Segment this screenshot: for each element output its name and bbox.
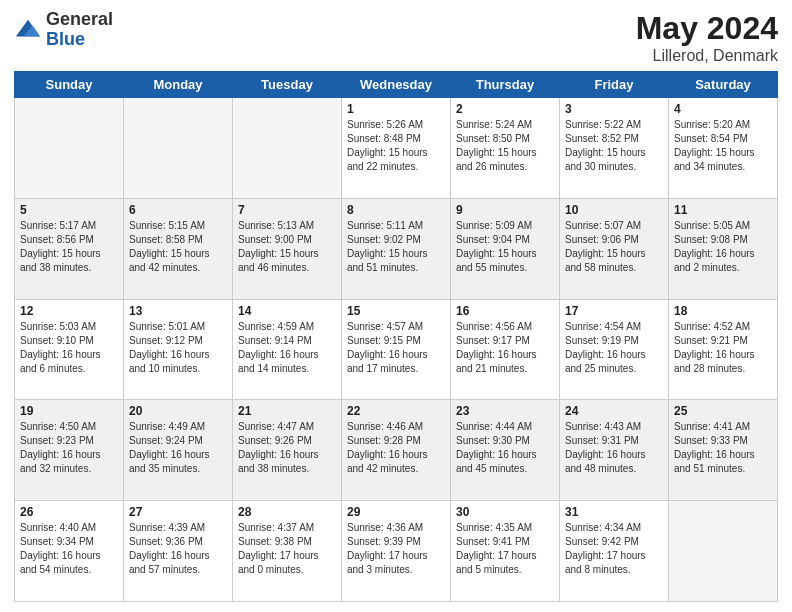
calendar-day-cell: 29Sunrise: 4:36 AM Sunset: 9:39 PM Dayli… (342, 501, 451, 602)
day-info: Sunrise: 4:37 AM Sunset: 9:38 PM Dayligh… (238, 521, 336, 577)
calendar-day-cell: 25Sunrise: 4:41 AM Sunset: 9:33 PM Dayli… (669, 400, 778, 501)
calendar-day-cell (233, 98, 342, 199)
calendar-day-cell: 26Sunrise: 4:40 AM Sunset: 9:34 PM Dayli… (15, 501, 124, 602)
day-number: 8 (347, 203, 445, 217)
day-number: 4 (674, 102, 772, 116)
day-info: Sunrise: 5:05 AM Sunset: 9:08 PM Dayligh… (674, 219, 772, 275)
day-number: 13 (129, 304, 227, 318)
day-info: Sunrise: 5:01 AM Sunset: 9:12 PM Dayligh… (129, 320, 227, 376)
calendar-title: May 2024 (636, 10, 778, 47)
calendar-day-cell: 14Sunrise: 4:59 AM Sunset: 9:14 PM Dayli… (233, 299, 342, 400)
calendar-day-cell: 31Sunrise: 4:34 AM Sunset: 9:42 PM Dayli… (560, 501, 669, 602)
calendar-header-row: SundayMondayTuesdayWednesdayThursdayFrid… (15, 72, 778, 98)
day-number: 5 (20, 203, 118, 217)
calendar-day-cell: 21Sunrise: 4:47 AM Sunset: 9:26 PM Dayli… (233, 400, 342, 501)
calendar-day-cell: 24Sunrise: 4:43 AM Sunset: 9:31 PM Dayli… (560, 400, 669, 501)
calendar-day-cell (669, 501, 778, 602)
day-number: 3 (565, 102, 663, 116)
day-number: 21 (238, 404, 336, 418)
day-info: Sunrise: 5:22 AM Sunset: 8:52 PM Dayligh… (565, 118, 663, 174)
calendar-day-cell: 22Sunrise: 4:46 AM Sunset: 9:28 PM Dayli… (342, 400, 451, 501)
day-header-monday: Monday (124, 72, 233, 98)
day-number: 6 (129, 203, 227, 217)
calendar-day-cell: 19Sunrise: 4:50 AM Sunset: 9:23 PM Dayli… (15, 400, 124, 501)
day-info: Sunrise: 4:54 AM Sunset: 9:19 PM Dayligh… (565, 320, 663, 376)
day-info: Sunrise: 5:15 AM Sunset: 8:58 PM Dayligh… (129, 219, 227, 275)
day-number: 9 (456, 203, 554, 217)
day-number: 19 (20, 404, 118, 418)
calendar-day-cell: 7Sunrise: 5:13 AM Sunset: 9:00 PM Daylig… (233, 198, 342, 299)
day-header-wednesday: Wednesday (342, 72, 451, 98)
day-info: Sunrise: 4:41 AM Sunset: 9:33 PM Dayligh… (674, 420, 772, 476)
calendar-week-row: 26Sunrise: 4:40 AM Sunset: 9:34 PM Dayli… (15, 501, 778, 602)
day-info: Sunrise: 5:17 AM Sunset: 8:56 PM Dayligh… (20, 219, 118, 275)
day-info: Sunrise: 5:24 AM Sunset: 8:50 PM Dayligh… (456, 118, 554, 174)
calendar-day-cell: 11Sunrise: 5:05 AM Sunset: 9:08 PM Dayli… (669, 198, 778, 299)
calendar-day-cell (124, 98, 233, 199)
title-block: May 2024 Lillerod, Denmark (636, 10, 778, 65)
calendar-day-cell: 28Sunrise: 4:37 AM Sunset: 9:38 PM Dayli… (233, 501, 342, 602)
day-info: Sunrise: 4:46 AM Sunset: 9:28 PM Dayligh… (347, 420, 445, 476)
calendar-day-cell: 2Sunrise: 5:24 AM Sunset: 8:50 PM Daylig… (451, 98, 560, 199)
day-header-saturday: Saturday (669, 72, 778, 98)
day-number: 24 (565, 404, 663, 418)
day-number: 1 (347, 102, 445, 116)
calendar-table: SundayMondayTuesdayWednesdayThursdayFrid… (14, 71, 778, 602)
day-info: Sunrise: 5:11 AM Sunset: 9:02 PM Dayligh… (347, 219, 445, 275)
logo-blue-text: Blue (46, 29, 85, 49)
day-info: Sunrise: 4:52 AM Sunset: 9:21 PM Dayligh… (674, 320, 772, 376)
day-info: Sunrise: 4:47 AM Sunset: 9:26 PM Dayligh… (238, 420, 336, 476)
day-info: Sunrise: 4:35 AM Sunset: 9:41 PM Dayligh… (456, 521, 554, 577)
day-info: Sunrise: 4:59 AM Sunset: 9:14 PM Dayligh… (238, 320, 336, 376)
day-info: Sunrise: 5:13 AM Sunset: 9:00 PM Dayligh… (238, 219, 336, 275)
calendar-day-cell: 1Sunrise: 5:26 AM Sunset: 8:48 PM Daylig… (342, 98, 451, 199)
logo: General Blue (14, 10, 113, 50)
calendar-day-cell: 6Sunrise: 5:15 AM Sunset: 8:58 PM Daylig… (124, 198, 233, 299)
calendar-day-cell: 12Sunrise: 5:03 AM Sunset: 9:10 PM Dayli… (15, 299, 124, 400)
calendar-day-cell: 8Sunrise: 5:11 AM Sunset: 9:02 PM Daylig… (342, 198, 451, 299)
calendar-day-cell: 18Sunrise: 4:52 AM Sunset: 9:21 PM Dayli… (669, 299, 778, 400)
day-header-thursday: Thursday (451, 72, 560, 98)
day-info: Sunrise: 5:09 AM Sunset: 9:04 PM Dayligh… (456, 219, 554, 275)
calendar-day-cell (15, 98, 124, 199)
day-number: 11 (674, 203, 772, 217)
day-number: 16 (456, 304, 554, 318)
logo-icon (14, 16, 42, 44)
calendar-subtitle: Lillerod, Denmark (636, 47, 778, 65)
day-header-friday: Friday (560, 72, 669, 98)
calendar-week-row: 19Sunrise: 4:50 AM Sunset: 9:23 PM Dayli… (15, 400, 778, 501)
day-number: 27 (129, 505, 227, 519)
day-info: Sunrise: 4:57 AM Sunset: 9:15 PM Dayligh… (347, 320, 445, 376)
day-number: 26 (20, 505, 118, 519)
calendar-day-cell: 17Sunrise: 4:54 AM Sunset: 9:19 PM Dayli… (560, 299, 669, 400)
day-number: 10 (565, 203, 663, 217)
day-info: Sunrise: 4:50 AM Sunset: 9:23 PM Dayligh… (20, 420, 118, 476)
day-info: Sunrise: 4:39 AM Sunset: 9:36 PM Dayligh… (129, 521, 227, 577)
day-header-sunday: Sunday (15, 72, 124, 98)
day-info: Sunrise: 5:26 AM Sunset: 8:48 PM Dayligh… (347, 118, 445, 174)
day-info: Sunrise: 5:20 AM Sunset: 8:54 PM Dayligh… (674, 118, 772, 174)
page: General Blue May 2024 Lillerod, Denmark … (0, 0, 792, 612)
calendar-day-cell: 15Sunrise: 4:57 AM Sunset: 9:15 PM Dayli… (342, 299, 451, 400)
day-number: 7 (238, 203, 336, 217)
day-number: 14 (238, 304, 336, 318)
day-number: 31 (565, 505, 663, 519)
calendar-day-cell: 5Sunrise: 5:17 AM Sunset: 8:56 PM Daylig… (15, 198, 124, 299)
calendar-day-cell: 23Sunrise: 4:44 AM Sunset: 9:30 PM Dayli… (451, 400, 560, 501)
day-number: 25 (674, 404, 772, 418)
logo-general-text: General (46, 9, 113, 29)
day-info: Sunrise: 4:49 AM Sunset: 9:24 PM Dayligh… (129, 420, 227, 476)
logo-text: General Blue (46, 10, 113, 50)
day-info: Sunrise: 4:34 AM Sunset: 9:42 PM Dayligh… (565, 521, 663, 577)
header: General Blue May 2024 Lillerod, Denmark (14, 10, 778, 65)
day-number: 12 (20, 304, 118, 318)
day-info: Sunrise: 4:56 AM Sunset: 9:17 PM Dayligh… (456, 320, 554, 376)
day-number: 20 (129, 404, 227, 418)
day-header-tuesday: Tuesday (233, 72, 342, 98)
day-info: Sunrise: 4:36 AM Sunset: 9:39 PM Dayligh… (347, 521, 445, 577)
day-number: 29 (347, 505, 445, 519)
calendar-day-cell: 27Sunrise: 4:39 AM Sunset: 9:36 PM Dayli… (124, 501, 233, 602)
calendar-week-row: 1Sunrise: 5:26 AM Sunset: 8:48 PM Daylig… (15, 98, 778, 199)
day-info: Sunrise: 5:07 AM Sunset: 9:06 PM Dayligh… (565, 219, 663, 275)
day-number: 30 (456, 505, 554, 519)
